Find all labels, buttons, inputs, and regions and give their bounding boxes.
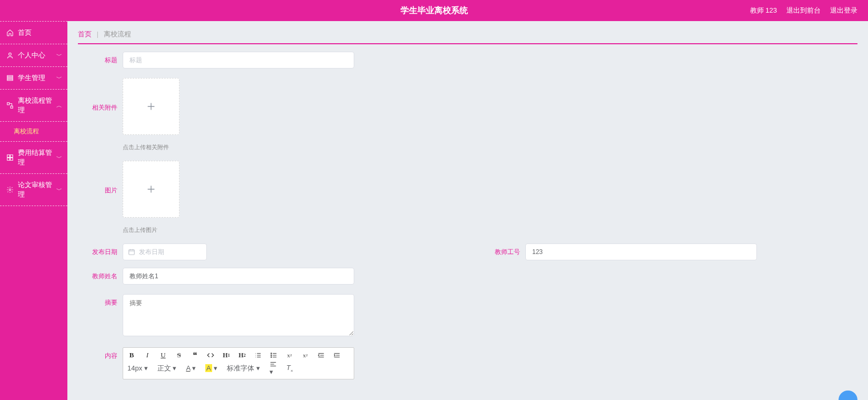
current-user-label[interactable]: 教师 123: [750, 6, 777, 15]
exit-to-front-button[interactable]: 退出到前台: [786, 6, 821, 15]
logout-button[interactable]: 退出登录: [830, 6, 857, 15]
app-header: 学生毕业离校系统 教师 123 退出到前台 退出登录: [0, 0, 868, 21]
header-actions: 教师 123 退出到前台 退出登录: [750, 6, 868, 15]
app-title: 学生毕业离校系统: [401, 5, 468, 16]
